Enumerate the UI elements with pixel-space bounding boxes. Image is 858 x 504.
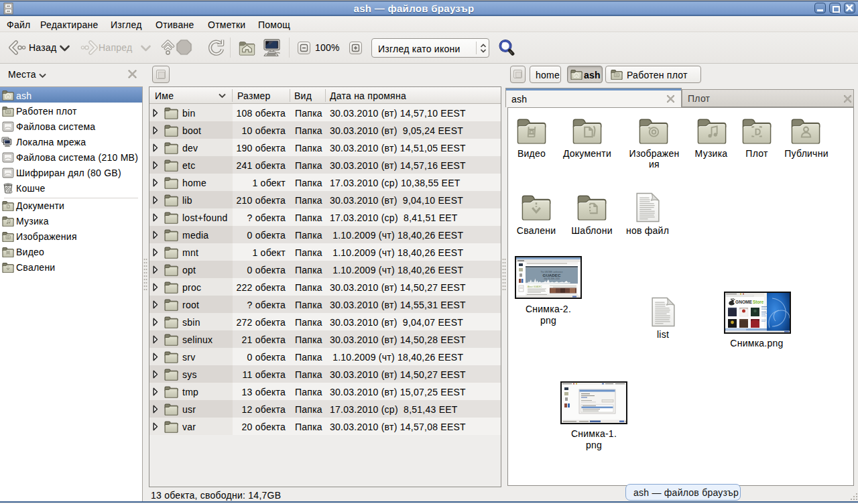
svg-text:GNOME: GNOME xyxy=(735,300,753,304)
svg-text:July 24–30th, 2010: July 24–30th, 2010 xyxy=(544,277,560,280)
svg-text:Store: Store xyxy=(753,300,764,304)
svg-text:About GUADEC: About GUADEC xyxy=(528,286,542,288)
svg-text:GUADEC: GUADEC xyxy=(543,273,561,277)
